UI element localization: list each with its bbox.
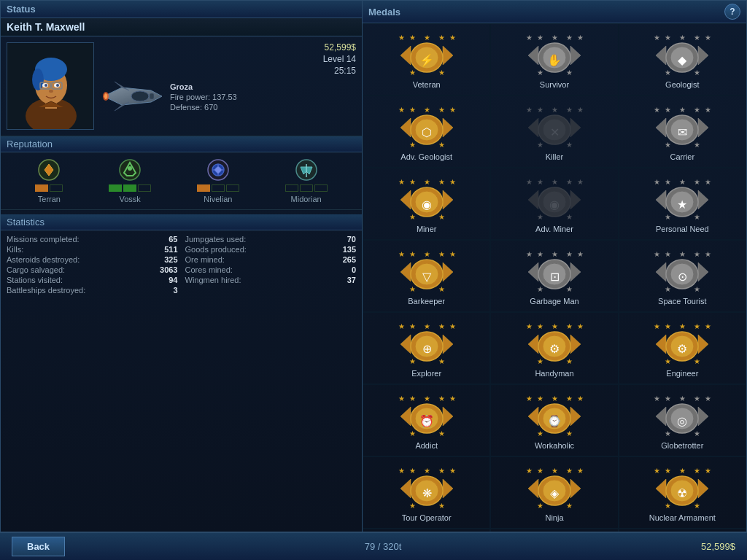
medal-survivor: ★ ★ ★ ★ ★ ✋ ★ ★ Survivor [490,23,618,96]
svg-text:★: ★ [409,178,415,186]
stat-cores-value: 0 [352,265,356,274]
svg-text:★: ★ [665,178,671,186]
svg-text:★: ★ [694,213,700,221]
svg-text:★: ★ [449,394,455,402]
svg-text:★: ★ [423,322,430,330]
svg-text:★: ★ [665,213,671,221]
svg-text:★: ★ [409,213,415,221]
medal-icon-handyman: ★ ★ ★ ★ ★ ⚙ ★ ★ [525,319,584,366]
svg-text:★: ★ [423,467,430,475]
svg-text:⊙: ⊙ [678,271,687,283]
terran-icon [37,158,61,182]
midorian-label: Midorian [291,195,322,203]
svg-text:★: ★ [654,467,660,475]
medal-label-addict: Addict [415,441,438,450]
rep-terran: Terran [35,158,63,203]
svg-point-14 [131,91,149,101]
svg-text:★: ★ [449,322,455,330]
svg-text:★: ★ [565,178,572,186]
medal-label-ninja: Ninja [545,513,563,522]
stats-left-col: Missions completed: 65 Kills: 511 Astero… [7,235,178,296]
right-panel: Medals ? ★ ★ ★ ★ ★ ⚡ ★ ★ Veteran [363,0,747,532]
svg-text:★: ★ [449,106,455,114]
medal-icon-workaholic: ★ ★ ★ ★ ★ ⌚ ★ ★ [525,391,584,438]
svg-text:★: ★ [565,429,572,438]
medal-icon-adv-geologist: ★ ★ ★ ★ ★ ⬡ ★ ★ [398,102,456,149]
medal-label-adv-geologist: Adv. Geologist [400,152,452,161]
medal-personal-need: ★ ★ ★ ★ ★ ★ ★ ★ Personal Need [619,168,746,240]
svg-text:★: ★ [536,34,543,42]
svg-text:★: ★ [654,394,660,402]
medal-garbage-man: ★ ★ ★ ★ ★ ⊡ ★ ★ Garbage Man [490,240,618,312]
svg-text:★: ★ [525,34,532,42]
medal-label-adv-miner: Adv. Miner [535,225,573,233]
medal-icon-garbage-man: ★ ★ ★ ★ ★ ⊡ ★ ★ [525,246,584,294]
svg-text:★: ★ [679,106,686,114]
svg-text:★: ★ [565,34,572,42]
svg-text:★: ★ [694,106,700,114]
svg-text:⏰: ⏰ [419,414,434,428]
svg-point-21 [128,166,132,171]
svg-text:★: ★ [536,250,543,258]
svg-text:★: ★ [705,250,711,258]
svg-text:★: ★ [665,429,671,438]
svg-text:★: ★ [536,467,543,475]
svg-text:★: ★ [654,34,660,42]
bottom-bar: Back 79 / 320t 52,599$ [0,532,747,560]
svg-text:★: ★ [679,250,686,258]
svg-text:★: ★ [565,467,572,475]
medal-barkeeper: ★ ★ ★ ★ ★ ▽ ★ ★ Barkeeper [363,240,490,312]
svg-text:★: ★ [665,394,671,402]
medal-icon-engineer: ★ ★ ★ ★ ★ ⚙ ★ ★ [653,319,711,366]
medal-label-veteran: Veteran [413,80,441,89]
svg-text:☢: ☢ [677,487,687,499]
svg-text:★: ★ [438,213,444,221]
medal-label-tour-operator: Tour Operator [402,513,452,522]
svg-point-9 [56,84,59,87]
svg-text:✉: ✉ [678,126,687,139]
svg-text:★: ★ [438,502,444,510]
svg-text:◉: ◉ [422,198,432,211]
stat-asteroids-value: 325 [164,255,177,264]
back-button[interactable]: Back [12,537,65,556]
stat-missions-value: 65 [169,235,177,244]
ship-firepower: Fire power: 137.53 [170,93,237,101]
medal-icon-nuclear-armament: ★ ★ ★ ★ ★ ☢ ★ ★ [653,463,711,510]
status-header: Status [1,1,362,18]
svg-text:◎: ◎ [677,415,687,427]
svg-text:★: ★ [694,357,700,365]
svg-text:★: ★ [423,106,430,114]
player-time: 25:15 [334,66,356,76]
midorian-bar [285,184,328,192]
svg-text:★: ★ [536,106,543,114]
svg-text:★: ★ [679,34,686,42]
stat-asteroids-label: Asteroids destroyed: [7,255,80,264]
svg-text:★: ★ [694,429,700,438]
terran-bar [35,184,63,192]
svg-text:★: ★ [565,394,572,402]
medals-header: Medals ? [363,1,746,23]
svg-text:★: ★ [694,467,700,475]
vossk-icon [118,158,142,182]
svg-text:★: ★ [677,198,687,211]
svg-text:★: ★ [576,394,583,402]
svg-text:▽: ▽ [422,271,432,283]
statistics-grid: Missions completed: 65 Kills: 511 Astero… [7,235,356,296]
svg-text:★: ★ [423,250,430,258]
svg-text:★: ★ [536,394,543,402]
svg-text:★: ★ [536,322,543,330]
cargo-display: 79 / 320t [365,541,402,552]
stat-wingmen-value: 37 [347,276,356,284]
svg-text:★: ★ [398,178,404,186]
svg-text:★: ★ [551,178,557,186]
help-button[interactable]: ? [724,4,740,20]
svg-text:★: ★ [665,467,671,475]
svg-text:⊡: ⊡ [549,271,559,283]
svg-text:★: ★ [551,467,557,475]
medal-engineer: ★ ★ ★ ★ ★ ⚙ ★ ★ Engineer [619,312,746,384]
ship-area: Groza Fire power: 137.53 Defense: 670 [100,80,356,113]
svg-text:★: ★ [705,322,711,330]
svg-text:★: ★ [705,394,711,402]
svg-text:★: ★ [398,250,404,258]
svg-text:★: ★ [565,322,572,330]
